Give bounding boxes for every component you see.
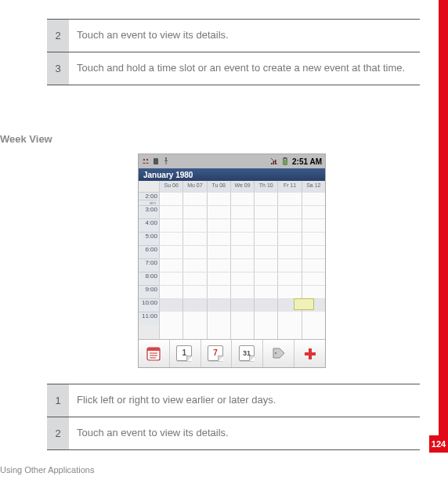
status-bar: 2:51 AM xyxy=(139,154,325,168)
day-header: Su 06 xyxy=(159,181,182,192)
grid-row-lines xyxy=(159,192,325,341)
contacts-icon xyxy=(142,157,150,165)
agenda-icon xyxy=(145,345,162,363)
time-slot: 7:00 xyxy=(139,258,159,272)
footer-text: Using Other Applications xyxy=(0,465,94,475)
phone-screenshot: 2:51 AM January 1980 Su 06 Mo 07 Tu 08 W… xyxy=(138,153,326,368)
svg-rect-3 xyxy=(271,163,273,164)
page-number: 124 xyxy=(429,435,448,453)
time-slot: 6:00 xyxy=(139,245,159,258)
step-number: 2 xyxy=(47,20,69,52)
time-column: 2:00am 3:00 4:00 5:00 6:00 7:00 8:00 9:0… xyxy=(139,192,159,325)
day-header: Fr 11 xyxy=(277,181,301,192)
week-view-button[interactable]: 7 xyxy=(201,340,233,367)
step-number: 1 xyxy=(47,384,69,417)
table-row: 2 Touch an event to view its details. xyxy=(47,417,420,449)
step-text: Touch an event to view its details. xyxy=(69,417,420,449)
signal-icon xyxy=(270,157,278,165)
time-slot: 3:00 xyxy=(139,205,159,218)
instruction-table-top: 2 Touch an event to view its details. 3 … xyxy=(47,19,420,85)
day-header: Tu 08 xyxy=(207,181,230,192)
svg-rect-4 xyxy=(273,161,275,164)
step-text: Touch and hold a time slot or an event t… xyxy=(69,52,420,85)
calendar-event xyxy=(294,298,314,310)
time-slot: 8:00 xyxy=(139,272,159,285)
svg-rect-8 xyxy=(284,157,286,158)
svg-rect-10 xyxy=(147,348,160,351)
battery-icon xyxy=(281,157,289,165)
add-event-button[interactable] xyxy=(294,340,325,367)
day-header: We 09 xyxy=(230,181,254,192)
step-text: Flick left or right to view earlier or l… xyxy=(69,384,420,417)
calendar-toolbar: 1 7 31 xyxy=(139,339,325,367)
step-number: 2 xyxy=(47,417,69,449)
step-number: 3 xyxy=(47,52,69,85)
svg-rect-7 xyxy=(284,160,287,164)
time-slot: 5:00 xyxy=(139,232,159,245)
svg-rect-16 xyxy=(305,352,316,355)
day-header: Mo 07 xyxy=(182,181,206,192)
agenda-view-button[interactable] xyxy=(139,340,170,367)
side-tab xyxy=(439,0,448,435)
instruction-table-bottom: 1 Flick left or right to view earlier or… xyxy=(47,384,420,450)
svg-point-2 xyxy=(165,157,167,159)
tag-icon xyxy=(270,345,287,363)
table-row: 2 Touch an event to view its details. xyxy=(47,20,420,52)
month-icon-number: 31 xyxy=(240,349,254,357)
day-view-button[interactable]: 1 xyxy=(170,340,201,367)
sdcard-icon xyxy=(152,157,160,165)
usb-icon xyxy=(162,157,170,165)
svg-point-14 xyxy=(275,352,276,353)
day-header: Sa 12 xyxy=(302,181,325,192)
plus-icon xyxy=(302,345,319,363)
time-slot: 9:00 xyxy=(139,285,159,298)
time-slot: 10:00 xyxy=(139,298,159,312)
status-time: 2:51 AM xyxy=(292,157,322,166)
tag-button[interactable] xyxy=(263,340,294,367)
day-icon-number: 1 xyxy=(177,348,191,357)
step-text: Touch an event to view its details. xyxy=(69,20,420,52)
table-row: 1 Flick left or right to view earlier or… xyxy=(47,384,420,417)
calendar-body: Su 06 Mo 07 Tu 08 We 09 Th 10 Fr 11 Sa 1… xyxy=(139,181,325,341)
time-slot: 2:00am xyxy=(139,192,159,205)
time-slot: 11:00 xyxy=(139,312,159,325)
table-row: 3 Touch and hold a time slot or an event… xyxy=(47,52,420,85)
week-icon-number: 7 xyxy=(208,348,222,357)
section-heading: Week View xyxy=(0,133,52,145)
day-header-row: Su 06 Mo 07 Tu 08 We 09 Th 10 Fr 11 Sa 1… xyxy=(159,181,325,192)
month-header: January 1980 xyxy=(139,168,325,181)
month-view-button[interactable]: 31 xyxy=(232,340,263,367)
day-header: Th 10 xyxy=(254,181,277,192)
time-slot: 4:00 xyxy=(139,218,159,232)
svg-point-0 xyxy=(143,159,145,161)
svg-point-1 xyxy=(146,159,148,161)
